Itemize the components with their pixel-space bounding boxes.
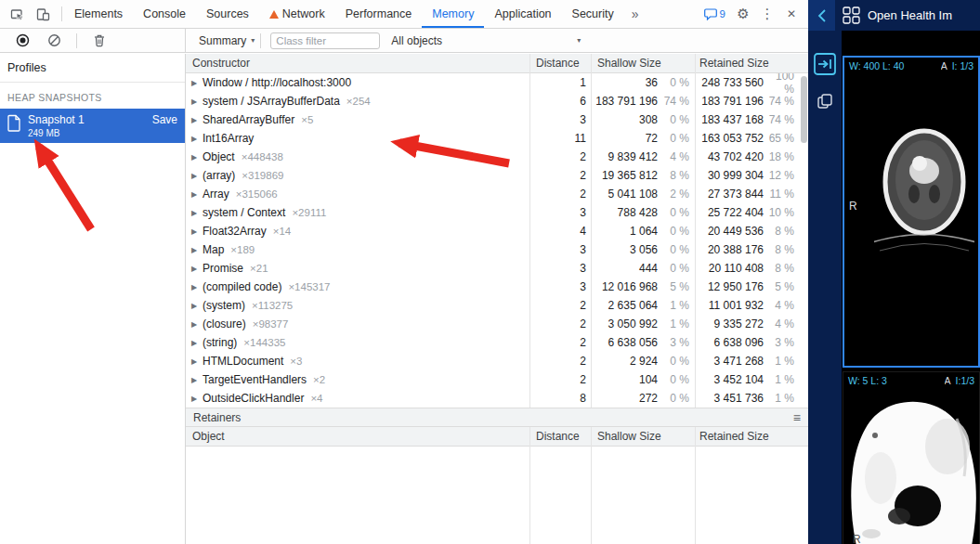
disclosure-triangle-icon[interactable]: ▶ — [191, 153, 203, 162]
instance-count: ×144335 — [243, 337, 285, 348]
column-header-retained-size[interactable]: Retained Size — [695, 430, 808, 443]
clear-profiles-button[interactable] — [43, 30, 65, 52]
constructor-name: Float32Array — [203, 225, 267, 238]
vertical-scrollbar[interactable] — [801, 76, 807, 143]
record-heap-snapshot-button[interactable] — [11, 30, 33, 52]
inspect-element-icon[interactable] — [6, 3, 28, 25]
tab-label: Sources — [206, 7, 249, 20]
disclosure-triangle-icon[interactable]: ▶ — [191, 227, 203, 236]
disclosure-triangle-icon[interactable]: ▶ — [191, 265, 203, 273]
disclosure-triangle-icon[interactable]: ▶ — [191, 395, 203, 403]
close-devtools-icon[interactable]: ✕ — [780, 3, 803, 25]
tab-console[interactable]: Console — [133, 0, 196, 28]
column-header-distance[interactable]: Distance — [529, 57, 591, 70]
column-header-shallow-size[interactable]: Shallow Size — [591, 430, 695, 443]
heap-row[interactable]: ▶(string)×14433526 638 0563 %6 638 0963 … — [186, 333, 808, 352]
save-snapshot-link[interactable]: Save — [152, 113, 177, 126]
retained-size-cell: 43 702 420 — [695, 150, 764, 163]
disclosure-triangle-icon[interactable]: ▶ — [191, 135, 203, 143]
delete-snapshot-button[interactable] — [88, 30, 111, 52]
heap-row[interactable]: ▶(array)×319869219 365 8128 %30 999 3041… — [186, 166, 808, 185]
disclosure-triangle-icon[interactable]: ▶ — [191, 376, 203, 384]
kebab-menu-icon[interactable]: ⋮ — [756, 3, 778, 25]
disclosure-triangle-icon[interactable]: ▶ — [191, 190, 203, 199]
heap-row[interactable]: ▶Map×18933 0560 %20 388 1768 % — [186, 240, 808, 259]
snapshot-item[interactable]: Snapshot 1 Save 249 MB — [0, 109, 185, 143]
tab-memory[interactable]: Memory — [422, 0, 484, 28]
disclosure-triangle-icon[interactable]: ▶ — [191, 246, 203, 254]
instance-count: ×315066 — [236, 188, 278, 200]
heap-row[interactable]: ▶HTMLDocument×322 9240 %3 471 2681 % — [186, 352, 808, 370]
tab-elements[interactable]: Elements — [64, 0, 133, 28]
distance-cell: 4 — [529, 225, 591, 238]
disclosure-triangle-icon[interactable]: ▶ — [191, 283, 203, 291]
column-header-object[interactable]: Object — [186, 430, 529, 443]
disclosure-triangle-icon[interactable]: ▶ — [191, 339, 203, 347]
heap-row[interactable]: ▶TargetEventHandlers×221040 %3 452 1041 … — [186, 370, 808, 389]
heap-row[interactable]: ▶Promise×2134440 %20 110 4088 % — [186, 259, 808, 278]
more-tabs-button[interactable]: » — [624, 0, 647, 28]
column-header-retained-size[interactable]: Retained Size — [695, 57, 808, 70]
devtools-panel: ElementsConsoleSourcesNetworkPerformance… — [0, 0, 808, 544]
console-messages-button[interactable]: 9 — [699, 8, 730, 20]
constructor-cell: ▶Promise×21 — [186, 262, 529, 275]
heap-row[interactable]: ▶(closure)×9837723 050 9921 %9 335 2724 … — [186, 315, 808, 333]
tabbar-right-icons: 9 ⚙ ⋮ ✕ — [699, 3, 808, 25]
tab-sources[interactable]: Sources — [196, 0, 259, 28]
disclosure-triangle-icon[interactable]: ▶ — [191, 320, 203, 329]
disclosure-triangle-icon[interactable]: ▶ — [191, 357, 203, 366]
copy-icon[interactable] — [816, 92, 834, 114]
disclosure-triangle-icon[interactable]: ▶ — [191, 97, 203, 106]
device-toolbar-icon[interactable] — [32, 3, 54, 25]
viewport1-slice-info: I: 1/3 — [952, 60, 973, 71]
heap-row[interactable]: ▶(system)×11327522 635 0641 %11 001 9324… — [186, 296, 808, 315]
toolbar-divider — [76, 33, 77, 48]
disclosure-triangle-icon[interactable]: ▶ — [191, 116, 203, 124]
disclosure-triangle-icon[interactable]: ▶ — [191, 302, 203, 310]
heap-row[interactable]: ▶Int16Array11720 %163 053 75265 % — [186, 129, 808, 148]
heap-row[interactable]: ▶system / Context×291113788 4280 %25 722… — [186, 203, 808, 222]
shallow-percent-cell: 4 % — [658, 150, 695, 163]
retained-percent-cell: 74 % — [764, 95, 803, 108]
heap-snapshot-view: Constructor Distance Shallow Size Retain… — [186, 54, 808, 544]
instance-count: ×21 — [250, 263, 268, 274]
distance-cell: 3 — [529, 243, 591, 256]
heap-row[interactable]: ▶Object×44843829 839 4124 %43 702 42018 … — [186, 148, 808, 166]
perspective-select[interactable]: Summary ▾ — [195, 34, 258, 47]
tab-label: Security — [572, 7, 614, 20]
disclosure-triangle-icon[interactable]: ▶ — [191, 172, 203, 180]
heap-row[interactable]: ▶(compiled code)×145317312 016 9685 %12 … — [186, 278, 808, 296]
column-header-constructor[interactable]: Constructor — [186, 57, 529, 70]
heap-row[interactable]: ▶system / JSArrayBufferData×2546183 791 … — [186, 92, 808, 110]
objects-filter-select[interactable]: All objects ▾ — [387, 34, 584, 47]
heap-row[interactable]: ▶Window / http://localhost:30001360 %248… — [186, 73, 808, 92]
distance-cell: 3 — [529, 113, 591, 126]
disclosure-triangle-icon[interactable]: ▶ — [191, 209, 203, 217]
heap-row[interactable]: ▶Array×31506625 041 1082 %27 373 84411 % — [186, 185, 808, 203]
viewport-pet[interactable]: W: 5 L: 3 A I:1/3 R — [843, 371, 980, 544]
heap-row[interactable]: ▶OutsideClickHandler×482720 %3 451 7361 … — [186, 389, 808, 408]
tab-security[interactable]: Security — [562, 0, 624, 28]
disclosure-triangle-icon[interactable]: ▶ — [191, 79, 203, 87]
layout-grid-icon[interactable] — [843, 6, 860, 24]
heap-row[interactable]: ▶Float32Array×1441 0640 %20 449 5368 % — [186, 222, 808, 240]
medical-viewer-panel: Open Health Im W: 400 L: 40 A I: 1/3 R — [808, 0, 980, 544]
tab-label: Application — [494, 7, 551, 20]
retained-percent-cell: 10 % — [764, 206, 803, 219]
settings-gear-icon[interactable]: ⚙ — [732, 3, 754, 25]
heap-row[interactable]: ▶SharedArrayBuffer×533080 %183 437 16874… — [186, 110, 808, 129]
viewport2-overlay-top: W: 5 L: 3 A I:1/3 — [843, 372, 979, 389]
class-filter-input[interactable] — [270, 32, 380, 49]
viewport-axial-ct[interactable]: W: 400 L: 40 A I: 1/3 R — [843, 56, 980, 368]
tab-label: Network — [282, 7, 325, 20]
hamburger-menu-icon[interactable]: ≡ — [793, 410, 801, 425]
tab-performance[interactable]: Performance — [335, 0, 423, 28]
column-header-shallow-size[interactable]: Shallow Size — [591, 57, 695, 70]
shallow-percent-cell: 3 % — [658, 336, 695, 349]
tab-application[interactable]: Application — [484, 0, 561, 28]
distance-cell: 2 — [529, 299, 591, 312]
tab-network[interactable]: Network — [259, 0, 335, 28]
back-button[interactable] — [808, 0, 835, 31]
open-panel-icon[interactable] — [814, 53, 836, 79]
column-header-distance[interactable]: Distance — [529, 430, 591, 443]
